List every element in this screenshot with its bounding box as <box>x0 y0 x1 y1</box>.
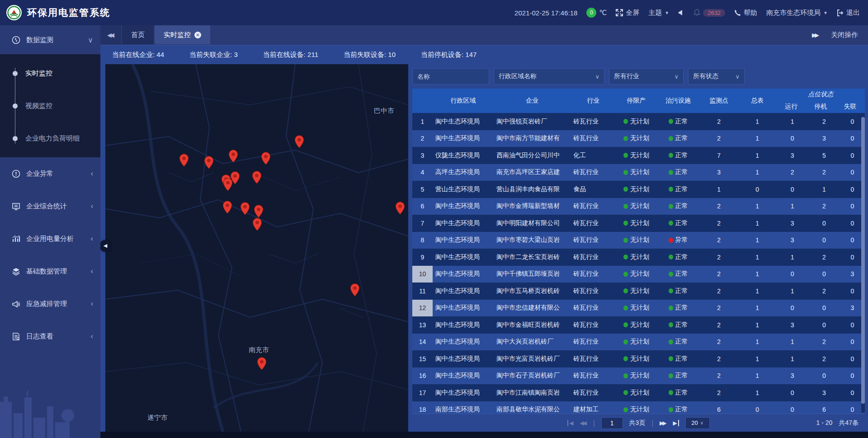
table-row[interactable]: 17 阆中生态环境局 阆中市江南镇阆南页岩 砖瓦行业 无计划 正常 2 1 0 … <box>412 384 865 401</box>
sidebar-item-label: 应急减排管理 <box>26 300 67 308</box>
row-stop-cell: 5 <box>808 147 840 164</box>
table-scrollbar[interactable] <box>861 114 865 413</box>
row-meters-cell: 1 <box>738 316 777 334</box>
sidebar-subitem-realtime-monitor[interactable]: 实时监控 <box>0 57 100 89</box>
scrollbar-thumb[interactable] <box>861 117 865 404</box>
tabs-scroll-right-button[interactable]: ▶▶ <box>812 32 819 38</box>
chevron-down-icon: ∨ <box>88 36 93 44</box>
table-row[interactable]: 2 阆中生态环境局 阆中市南方节能建材有 砖瓦行业 无计划 正常 2 1 0 3… <box>412 130 865 147</box>
row-limit-cell: 无计划 <box>616 283 656 300</box>
table-row[interactable]: 16 阆中生态环境局 阆中市石子页岩机砖厂 砖瓦行业 无计划 正常 2 1 3 … <box>412 367 865 385</box>
column-header-facility: 治污设施 <box>656 89 699 113</box>
stat-offline-enterprises: 当前失联企业: 3 <box>189 51 238 59</box>
row-company-cell: 南充市高坪区王家店建 <box>494 164 571 181</box>
prev-page-button[interactable]: ◀◀ <box>580 420 586 426</box>
fullscreen-button[interactable]: 全屏 <box>616 9 639 17</box>
row-points-cell: 2 <box>700 130 738 147</box>
column-group-point-status: 点位状态 运行 停机 失联 <box>777 89 865 113</box>
sidebar-item-power-analysis[interactable]: 企业用电量分析 ‹ <box>0 222 100 255</box>
row-facility-cell: 正常 <box>656 283 699 300</box>
org-dropdown[interactable]: 南充市生态环境局▼ <box>766 9 828 17</box>
page-size-select[interactable]: 20∨ <box>685 417 710 429</box>
table-row[interactable]: 4 高坪生态环境局 南充市高坪区王家店建 砖瓦行业 无计划 正常 3 1 2 2… <box>412 164 865 181</box>
row-limit-cell: 无计划 <box>616 215 656 232</box>
close-operations-button[interactable]: 关闭操作 <box>831 31 858 39</box>
sidebar-item-enterprise-abnormal[interactable]: 企业异常 ‹ <box>0 157 100 190</box>
page-number-input[interactable] <box>601 417 623 429</box>
table-row[interactable]: 18 南部生态环境局 南部县敬华水泥有限公 建材加工 无计划 正常 6 0 0 … <box>412 401 865 414</box>
status-select[interactable]: 所有状态∨ <box>688 68 745 85</box>
map-pin-icon[interactable] <box>228 150 238 163</box>
last-page-button[interactable]: ▶ <box>673 420 679 426</box>
row-company-cell: 阆中市金福旺页岩机砖 <box>494 316 571 334</box>
map-pin-icon[interactable] <box>179 154 189 167</box>
map-pin-icon[interactable] <box>294 135 304 148</box>
notifications[interactable]: 2632 <box>693 9 725 17</box>
help-button[interactable]: 帮助 <box>734 9 757 17</box>
name-search-input[interactable] <box>412 68 489 85</box>
map-pin-icon[interactable] <box>395 201 405 215</box>
row-meters-cell: 1 <box>738 350 777 367</box>
bullet-icon <box>13 71 18 76</box>
sidebar-item-base-data[interactable]: 基础数据管理 ‹ <box>0 255 100 287</box>
map-pin-icon[interactable] <box>204 156 214 170</box>
sidebar-item-emergency-reduction[interactable]: 应急减排管理 ‹ <box>0 287 100 320</box>
logout-button[interactable]: 退出 <box>837 9 860 17</box>
table-row[interactable]: 7 阆中生态环境局 阆中明阳建材有限公司 砖瓦行业 无计划 正常 2 1 3 0… <box>412 215 865 232</box>
sidebar-item-enterprise-statistics[interactable]: 企业综合统计 ‹ <box>0 190 100 222</box>
first-page-button[interactable]: ◀ <box>567 420 573 426</box>
next-page-button[interactable]: ▶▶ <box>660 420 666 426</box>
facility-status-dot <box>669 204 673 209</box>
row-meters-cell: 0 <box>738 401 777 414</box>
map-pin-icon[interactable] <box>223 178 233 191</box>
table-row[interactable]: 11 阆中生态环境局 阆中市五马桥页岩机砖 砖瓦行业 无计划 正常 2 1 1 … <box>412 283 865 300</box>
stat-offline-devices: 当前失联设备: 10 <box>344 51 396 59</box>
row-facility-cell: 正常 <box>656 198 699 215</box>
map-pin-icon[interactable] <box>257 357 267 370</box>
temperature: 0 ℃ <box>586 8 607 18</box>
facility-status-dot <box>669 356 673 361</box>
tab-home[interactable]: 首页 <box>122 25 154 44</box>
table-row[interactable]: 10 阆中生态环境局 阆中千佛镇五郎垭页岩 砖瓦行业 无计划 正常 2 1 0 … <box>412 266 865 283</box>
sound-button[interactable] <box>678 9 684 16</box>
theme-dropdown[interactable]: 主题▼ <box>648 9 669 17</box>
row-number-cell: 10 <box>412 266 433 283</box>
sidebar-item-log-view[interactable]: 日志查看 ‹ <box>0 320 100 353</box>
table-row[interactable]: 14 阆中生态环境局 阆中大兴页岩机砖厂 砖瓦行业 无计划 正常 2 1 1 2… <box>412 334 865 351</box>
table-row[interactable]: 5 营山生态环境局 营山县润丰肉食品有限 食品 无计划 正常 1 0 0 1 0 <box>412 181 865 198</box>
table-row[interactable]: 1 阆中生态环境局 阆中强锐页岩砖厂 砖瓦行业 无计划 正常 2 1 1 2 0 <box>412 113 865 130</box>
row-region-cell: 阆中生态环境局 <box>433 113 494 130</box>
industry-select[interactable]: 所有行业∨ <box>609 68 684 85</box>
facility-status-dot <box>669 390 673 395</box>
row-number-cell: 16 <box>412 367 433 385</box>
region-select[interactable]: 行政区域名称∨ <box>494 68 604 85</box>
table-row[interactable]: 8 阆中生态环境局 阆中市枣碧大梁山页岩 砖瓦行业 无计划 异常 2 1 3 0… <box>412 232 865 249</box>
sidebar-item-data-monitoring[interactable]: 数据监测 ∨ <box>0 25 100 54</box>
map-pin-icon[interactable] <box>254 205 264 218</box>
map-pin-icon[interactable] <box>350 283 360 297</box>
table-row[interactable]: 13 阆中生态环境局 阆中市金福旺页岩机砖 砖瓦行业 无计划 正常 2 1 3 … <box>412 316 865 334</box>
map-pin-icon[interactable] <box>252 170 262 184</box>
tabs-scroll-left-button[interactable]: ◀◀ <box>100 25 121 44</box>
table-row[interactable]: 9 阆中生态环境局 阆中市二龙长宝页岩砖 砖瓦行业 无计划 正常 2 1 1 2… <box>412 249 865 266</box>
map-pin-icon[interactable] <box>240 202 250 215</box>
tab-close-icon[interactable]: ✕ <box>194 32 201 38</box>
tab-realtime-monitor[interactable]: 实时监控 ✕ <box>155 25 210 44</box>
row-limit-cell: 无计划 <box>616 164 656 181</box>
table-row[interactable]: 15 阆中生态环境局 阆中市光富页岩机砖厂 砖瓦行业 无计划 正常 2 1 1 … <box>412 350 865 367</box>
row-number-cell: 7 <box>412 215 433 232</box>
map-collapse-button[interactable]: ◀ <box>100 240 111 252</box>
map-pin-icon[interactable] <box>222 201 232 214</box>
map-pin-icon[interactable] <box>252 217 262 231</box>
table-row[interactable]: 12 阆中生态环境局 阆中市忠信建材有限公 砖瓦行业 无计划 正常 2 1 0 … <box>412 300 865 317</box>
sidebar-subitem-power-load-detail[interactable]: 企业电力负荷明细 <box>0 122 100 155</box>
row-points-cell: 2 <box>700 350 738 367</box>
table-row[interactable]: 3 仪陇生态环境局 西南油气田分公司川中 化工 无计划 正常 7 1 3 5 0 <box>412 147 865 164</box>
row-industry-cell: 砖瓦行业 <box>571 198 616 215</box>
row-run-cell: 1 <box>777 350 808 367</box>
row-number-cell: 4 <box>412 164 433 181</box>
map-pin-icon[interactable] <box>261 152 271 165</box>
map-panel[interactable]: 巴中市南充市遂宁市 ◀ <box>105 64 408 432</box>
table-row[interactable]: 6 阆中生态环境局 阆中市金博瑞新型墙材 砖瓦行业 无计划 正常 2 1 1 2… <box>412 198 865 215</box>
sidebar-subitem-video-monitor[interactable]: 视频监控 <box>0 89 100 122</box>
